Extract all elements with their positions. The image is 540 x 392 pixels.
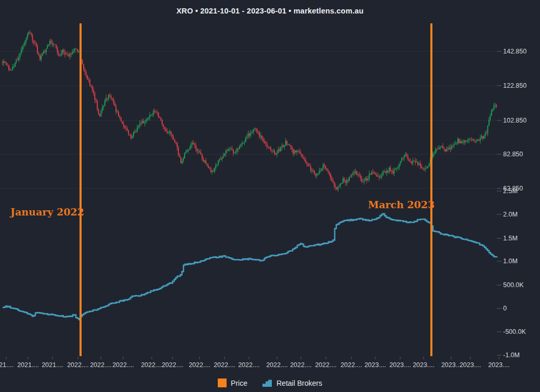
x-axis-label: 2021.... <box>42 361 63 369</box>
retail-brokers-legend-icon <box>262 379 272 387</box>
price-legend-label: Price <box>231 379 247 387</box>
legend: Price Retail Brokers <box>0 379 540 387</box>
y-axis-label: -1.0M <box>503 351 520 359</box>
x-axis-label: 21.... <box>0 361 14 369</box>
y-axis-label: 82.850 <box>503 150 523 158</box>
x-axis-label: 2022.... <box>340 361 362 369</box>
x-axis-label: 2022.... <box>315 361 337 369</box>
candlestick-series <box>2 30 497 192</box>
x-axis-label: 2023.... <box>389 361 411 369</box>
x-axis-label: 2022.... <box>290 361 312 369</box>
x-axis-label: 2023... <box>441 361 461 369</box>
x-axis-label: 2022.... <box>90 361 112 369</box>
x-axis-label: 2023.... <box>413 361 434 369</box>
annotation-january-2022: January 2022 <box>10 206 84 218</box>
y-axis-label: 2.5M <box>503 187 518 195</box>
x-axis-label: 2021.... <box>17 361 39 369</box>
x-axis-label: 2022.... <box>112 361 134 369</box>
x-axis-label: 2023.... <box>488 361 510 369</box>
annotation-march-2023: March 2023 <box>368 199 434 210</box>
x-axis-label: 2022.... <box>141 361 163 369</box>
y-axis-label: 2.0M <box>503 210 518 219</box>
legend-item-price[interactable]: Price <box>218 379 247 387</box>
y-axis-label: 142.850 <box>503 47 526 56</box>
x-axis-label: 2023.... <box>364 361 386 369</box>
chart-title: XRO • 2021-10-01 - 2023-06-01 • marketle… <box>0 7 540 15</box>
x-axis-label: 2022.... <box>67 361 89 369</box>
price-legend-swatch <box>218 379 227 387</box>
y-axis-label: -500.0K <box>503 328 526 336</box>
legend-item-retail-brokers[interactable]: Retail Brokers <box>262 379 322 387</box>
y-axis-label: 500.0K <box>503 281 524 289</box>
x-axis-label: 2022.... <box>162 361 183 369</box>
x-axis-label: 2023.... <box>459 361 481 369</box>
y-axis-label: 122.850 <box>503 82 526 90</box>
y-axis-label: 1.5M <box>503 234 518 242</box>
y-axis-label: 1.0M <box>503 257 518 265</box>
x-axis-label: 2022.... <box>214 361 235 369</box>
y-axis-label: 0 <box>503 304 507 313</box>
x-axis-label: 2022.... <box>266 361 288 369</box>
y-axis-label: 102.850 <box>503 116 526 125</box>
x-axis-label: 2022.... <box>238 361 260 369</box>
chart-plot-area[interactable] <box>0 0 540 392</box>
retail-brokers-line <box>3 214 497 320</box>
x-axis-label: 2022.... <box>189 361 210 369</box>
retail-brokers-legend-label: Retail Brokers <box>276 379 322 387</box>
